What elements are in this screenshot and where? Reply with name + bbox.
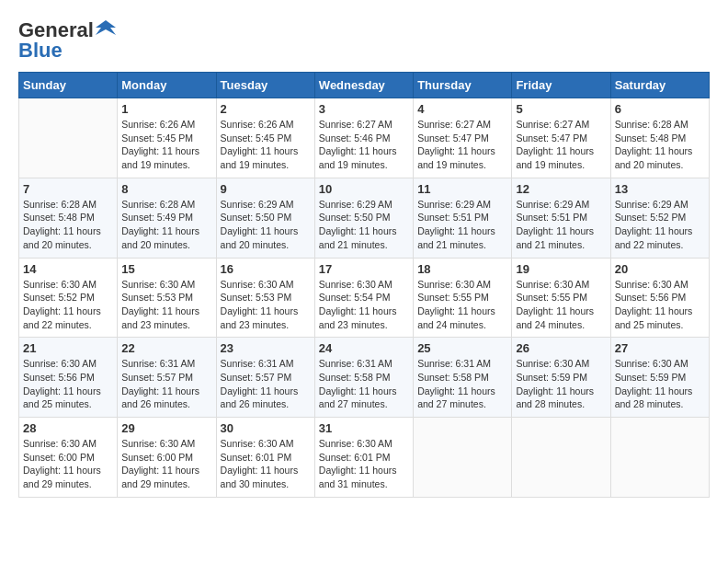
weekday-header-wednesday: Wednesday [314, 73, 413, 98]
table-cell: 5Sunrise: 6:27 AMSunset: 5:47 PMDaylight… [512, 98, 610, 178]
day-number: 10 [319, 182, 409, 196]
table-cell: 27Sunrise: 6:30 AMSunset: 5:59 PMDayligh… [610, 338, 709, 418]
day-info: Sunrise: 6:30 AMSunset: 5:52 PMDaylight:… [23, 278, 113, 332]
day-info: Sunrise: 6:27 AMSunset: 5:47 PMDaylight:… [417, 118, 507, 172]
week-row-5: 28Sunrise: 6:30 AMSunset: 6:00 PMDayligh… [19, 418, 710, 498]
day-info: Sunrise: 6:28 AMSunset: 5:48 PMDaylight:… [615, 118, 705, 172]
table-cell: 25Sunrise: 6:31 AMSunset: 5:58 PMDayligh… [414, 338, 512, 418]
table-cell: 11Sunrise: 6:29 AMSunset: 5:51 PMDayligh… [414, 178, 512, 258]
table-cell: 7Sunrise: 6:28 AMSunset: 5:48 PMDaylight… [19, 178, 118, 258]
day-number: 19 [516, 262, 606, 276]
day-number: 12 [516, 182, 606, 196]
table-cell: 19Sunrise: 6:30 AMSunset: 5:55 PMDayligh… [512, 258, 610, 338]
table-cell: 29Sunrise: 6:30 AMSunset: 6:00 PMDayligh… [118, 418, 216, 498]
day-number: 8 [121, 182, 211, 196]
table-cell: 6Sunrise: 6:28 AMSunset: 5:48 PMDaylight… [610, 98, 709, 178]
table-cell: 30Sunrise: 6:30 AMSunset: 6:01 PMDayligh… [216, 418, 314, 498]
day-number: 28 [23, 421, 113, 435]
table-cell: 20Sunrise: 6:30 AMSunset: 5:56 PMDayligh… [610, 258, 709, 338]
logo: General Blue [18, 18, 116, 63]
week-row-1: 1Sunrise: 6:26 AMSunset: 5:45 PMDaylight… [19, 98, 710, 178]
day-number: 16 [221, 262, 311, 276]
table-cell: 12Sunrise: 6:29 AMSunset: 5:51 PMDayligh… [512, 178, 610, 258]
day-number: 18 [417, 262, 507, 276]
table-cell: 31Sunrise: 6:30 AMSunset: 6:01 PMDayligh… [314, 418, 413, 498]
day-info: Sunrise: 6:30 AMSunset: 6:00 PMDaylight:… [121, 437, 211, 491]
day-number: 22 [121, 341, 211, 355]
day-number: 20 [615, 262, 705, 276]
table-cell: 17Sunrise: 6:30 AMSunset: 5:54 PMDayligh… [314, 258, 413, 338]
table-cell: 3Sunrise: 6:27 AMSunset: 5:46 PMDaylight… [314, 98, 413, 178]
day-info: Sunrise: 6:27 AMSunset: 5:46 PMDaylight:… [319, 118, 409, 172]
day-info: Sunrise: 6:30 AMSunset: 6:01 PMDaylight:… [319, 437, 409, 491]
day-info: Sunrise: 6:30 AMSunset: 5:56 PMDaylight:… [615, 278, 705, 332]
day-number: 11 [417, 182, 507, 196]
day-info: Sunrise: 6:29 AMSunset: 5:52 PMDaylight:… [615, 198, 705, 252]
day-info: Sunrise: 6:29 AMSunset: 5:50 PMDaylight:… [221, 198, 311, 252]
weekday-header-row: SundayMondayTuesdayWednesdayThursdayFrid… [19, 73, 710, 98]
day-info: Sunrise: 6:30 AMSunset: 5:53 PMDaylight:… [121, 278, 211, 332]
day-number: 24 [319, 341, 409, 355]
day-number: 15 [121, 262, 211, 276]
page-header: General Blue [18, 18, 710, 63]
day-number: 6 [615, 102, 705, 116]
day-info: Sunrise: 6:30 AMSunset: 5:54 PMDaylight:… [319, 278, 409, 332]
table-cell: 16Sunrise: 6:30 AMSunset: 5:53 PMDayligh… [216, 258, 314, 338]
table-cell [610, 418, 709, 498]
table-cell: 24Sunrise: 6:31 AMSunset: 5:58 PMDayligh… [314, 338, 413, 418]
day-info: Sunrise: 6:27 AMSunset: 5:47 PMDaylight:… [516, 118, 606, 172]
weekday-header-thursday: Thursday [414, 73, 512, 98]
day-info: Sunrise: 6:26 AMSunset: 5:45 PMDaylight:… [121, 118, 211, 172]
day-number: 5 [516, 102, 606, 116]
day-number: 29 [121, 421, 211, 435]
day-number: 14 [23, 262, 113, 276]
day-number: 23 [221, 341, 311, 355]
weekday-header-friday: Friday [512, 73, 610, 98]
day-info: Sunrise: 6:30 AMSunset: 5:55 PMDaylight:… [417, 278, 507, 332]
week-row-3: 14Sunrise: 6:30 AMSunset: 5:52 PMDayligh… [19, 258, 710, 338]
table-cell: 14Sunrise: 6:30 AMSunset: 5:52 PMDayligh… [19, 258, 118, 338]
table-cell: 21Sunrise: 6:30 AMSunset: 5:56 PMDayligh… [19, 338, 118, 418]
table-cell: 2Sunrise: 6:26 AMSunset: 5:45 PMDaylight… [216, 98, 314, 178]
day-info: Sunrise: 6:26 AMSunset: 5:45 PMDaylight:… [221, 118, 311, 172]
day-info: Sunrise: 6:31 AMSunset: 5:58 PMDaylight:… [319, 357, 409, 411]
day-number: 1 [121, 102, 211, 116]
day-number: 17 [319, 262, 409, 276]
weekday-header-tuesday: Tuesday [216, 73, 314, 98]
calendar-table: SundayMondayTuesdayWednesdayThursdayFrid… [18, 72, 710, 498]
day-info: Sunrise: 6:31 AMSunset: 5:57 PMDaylight:… [121, 357, 211, 411]
day-number: 26 [516, 341, 606, 355]
day-number: 2 [221, 102, 311, 116]
table-cell [19, 98, 118, 178]
day-number: 9 [221, 182, 311, 196]
svg-marker-0 [96, 20, 116, 35]
day-info: Sunrise: 6:29 AMSunset: 5:50 PMDaylight:… [319, 198, 409, 252]
table-cell: 13Sunrise: 6:29 AMSunset: 5:52 PMDayligh… [610, 178, 709, 258]
day-number: 7 [23, 182, 113, 196]
table-cell: 28Sunrise: 6:30 AMSunset: 6:00 PMDayligh… [19, 418, 118, 498]
week-row-4: 21Sunrise: 6:30 AMSunset: 5:56 PMDayligh… [19, 338, 710, 418]
logo-bird-icon [96, 18, 116, 39]
logo-blue-text: Blue [18, 39, 63, 63]
day-info: Sunrise: 6:29 AMSunset: 5:51 PMDaylight:… [417, 198, 507, 252]
day-info: Sunrise: 6:29 AMSunset: 5:51 PMDaylight:… [516, 198, 606, 252]
weekday-header-sunday: Sunday [19, 73, 118, 98]
weekday-header-saturday: Saturday [610, 73, 709, 98]
day-info: Sunrise: 6:30 AMSunset: 6:01 PMDaylight:… [221, 437, 311, 491]
day-info: Sunrise: 6:28 AMSunset: 5:49 PMDaylight:… [121, 198, 211, 252]
day-info: Sunrise: 6:30 AMSunset: 6:00 PMDaylight:… [23, 437, 113, 491]
table-cell: 26Sunrise: 6:30 AMSunset: 5:59 PMDayligh… [512, 338, 610, 418]
table-cell: 1Sunrise: 6:26 AMSunset: 5:45 PMDaylight… [118, 98, 216, 178]
table-cell: 4Sunrise: 6:27 AMSunset: 5:47 PMDaylight… [414, 98, 512, 178]
day-info: Sunrise: 6:31 AMSunset: 5:58 PMDaylight:… [417, 357, 507, 411]
day-info: Sunrise: 6:31 AMSunset: 5:57 PMDaylight:… [221, 357, 311, 411]
day-number: 3 [319, 102, 409, 116]
table-cell: 15Sunrise: 6:30 AMSunset: 5:53 PMDayligh… [118, 258, 216, 338]
weekday-header-monday: Monday [118, 73, 216, 98]
day-info: Sunrise: 6:30 AMSunset: 5:55 PMDaylight:… [516, 278, 606, 332]
week-row-2: 7Sunrise: 6:28 AMSunset: 5:48 PMDaylight… [19, 178, 710, 258]
day-number: 13 [615, 182, 705, 196]
day-number: 27 [615, 341, 705, 355]
table-cell: 22Sunrise: 6:31 AMSunset: 5:57 PMDayligh… [118, 338, 216, 418]
day-number: 21 [23, 341, 113, 355]
